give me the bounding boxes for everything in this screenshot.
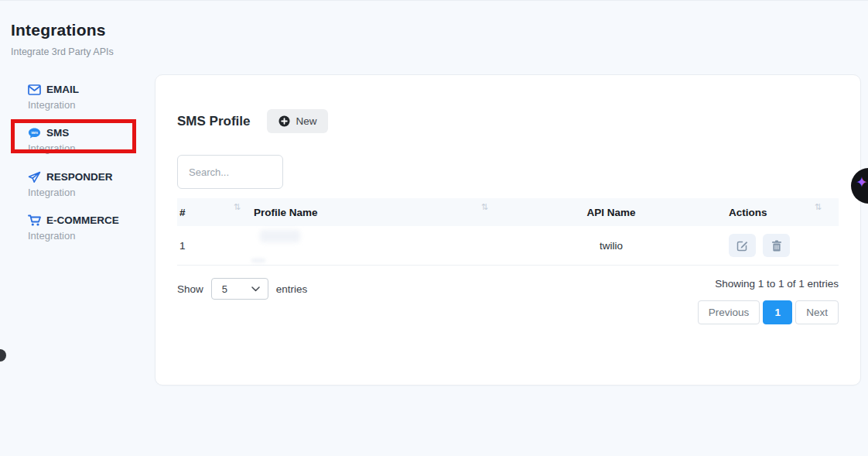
- cell-profile-name: [251, 226, 496, 265]
- new-button-label: New: [296, 115, 316, 127]
- page-size-select[interactable]: 5: [211, 278, 268, 300]
- page-header: Integrations Integrate 3rd Party APIs: [11, 21, 114, 57]
- plus-circle-icon: [279, 115, 290, 127]
- shopping-cart-icon: [28, 214, 41, 227]
- cell-index: 1: [177, 226, 251, 265]
- previous-page-button[interactable]: Previous: [698, 300, 760, 324]
- sidebar-item-label: RESPONDER: [46, 171, 113, 183]
- column-header-api-name[interactable]: API Name: [496, 198, 726, 226]
- trash-icon: [771, 240, 782, 252]
- sms-profile-table: # ⇅ Profile Name ⇅ API Name Actions ⇅ 1: [177, 198, 839, 266]
- sort-icon[interactable]: ⇅: [815, 202, 822, 212]
- integrations-page: Integrations Integrate 3rd Party APIs EM…: [0, 0, 868, 456]
- cell-actions: [726, 226, 840, 265]
- edit-button[interactable]: [729, 234, 756, 257]
- sms-profile-panel: SMS Profile New # ⇅ Profile Name ⇅: [155, 74, 861, 386]
- sidebar-item-sublabel: Integration: [28, 99, 144, 111]
- chat-bubble-icon: SMS: [28, 126, 41, 139]
- sidebar-item-sms[interactable]: SMS SMS Integration: [28, 126, 144, 154]
- page-1-button[interactable]: 1: [763, 300, 792, 324]
- paper-plane-icon: [28, 170, 41, 183]
- sort-icon[interactable]: ⇅: [234, 202, 241, 212]
- cell-api-name: twilio: [496, 226, 726, 265]
- redacted-profile-name: [260, 230, 300, 242]
- sidebar-item-label: EMAIL: [46, 84, 79, 95]
- pagination: Previous 1 Next: [698, 300, 839, 324]
- chevron-down-icon: [251, 286, 260, 292]
- show-label: Show: [177, 283, 203, 295]
- column-header-profile-name[interactable]: Profile Name ⇅: [251, 198, 496, 226]
- page-size-group: Show 5 entries: [177, 278, 307, 300]
- table-footer: Show 5 entries Showing 1 to 1 of 1 entri…: [177, 278, 839, 324]
- sidebar-item-responder[interactable]: RESPONDER Integration: [28, 170, 144, 198]
- sidebar-item-label: E-COMMERCE: [46, 214, 119, 226]
- delete-button[interactable]: [763, 234, 790, 257]
- table-row: 1 twilio: [177, 226, 839, 266]
- redacted-profile-name-fragment: [251, 259, 265, 262]
- column-header-index[interactable]: # ⇅: [177, 198, 251, 226]
- edge-dot: [0, 349, 6, 362]
- sidebar-item-sublabel: Integration: [28, 230, 144, 242]
- page-size-value: 5: [222, 283, 227, 295]
- entries-label: entries: [276, 283, 308, 295]
- sidebar-item-sublabel: Integration: [28, 142, 144, 154]
- entries-summary: Showing 1 to 1 of 1 entries: [715, 278, 839, 290]
- search-input[interactable]: [177, 155, 283, 189]
- page-subtitle: Integrate 3rd Party APIs: [11, 46, 114, 57]
- next-page-button[interactable]: Next: [795, 300, 839, 324]
- sidebar-item-label: SMS: [46, 127, 69, 139]
- sidebar-item-sublabel: Integration: [28, 187, 144, 198]
- pagination-area: Showing 1 to 1 of 1 entries Previous 1 N…: [698, 278, 839, 324]
- sparkles-icon: ✦: [856, 175, 868, 190]
- column-header-actions: Actions ⇅: [726, 198, 840, 226]
- page-title: Integrations: [11, 21, 114, 39]
- svg-text:SMS: SMS: [31, 130, 38, 134]
- envelope-icon: [28, 83, 41, 96]
- sort-icon[interactable]: ⇅: [481, 202, 488, 212]
- sidebar-item-email[interactable]: EMAIL Integration: [28, 83, 144, 111]
- new-button[interactable]: New: [267, 109, 328, 133]
- sidebar-item-ecommerce[interactable]: E-COMMERCE Integration: [28, 214, 144, 242]
- panel-title: SMS Profile: [177, 114, 250, 129]
- table-header-row: # ⇅ Profile Name ⇅ API Name Actions ⇅: [177, 198, 839, 226]
- edit-icon: [736, 240, 748, 252]
- panel-header: SMS Profile New: [177, 109, 839, 133]
